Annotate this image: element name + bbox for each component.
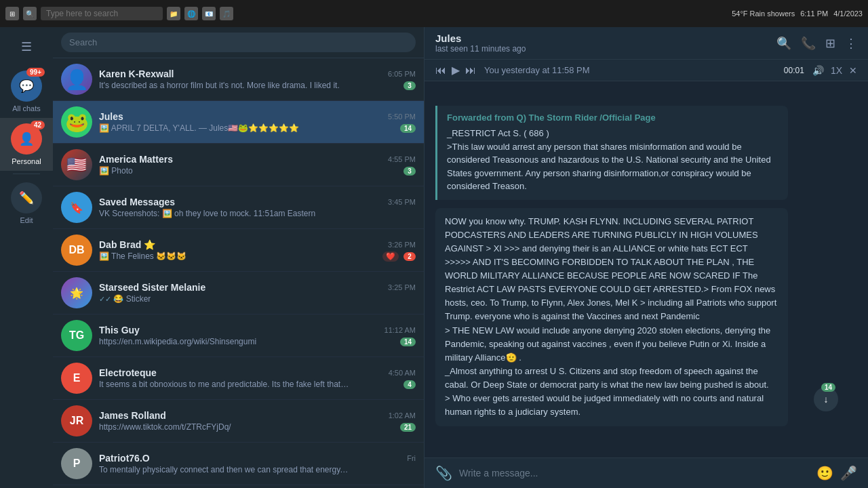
taskbar-app-4[interactable]: 🎵 — [220, 7, 233, 20]
media-extra-icons: 🔊 1X ✕ — [812, 65, 857, 76]
chat-header-starseed: Starseed Sister Melanie 3:25 PM — [99, 282, 416, 293]
forwarded-text-1: _RESTRICT Act S. ( 686 ) >This law would… — [447, 127, 778, 193]
chat-item-jules[interactable]: 🐸 Jules 5:50 PM 🖼️ APRIL 7 DELTA, Y'ALL.… — [53, 101, 424, 144]
chat-name-america: America Matters — [99, 154, 173, 165]
chat-name-saved: Saved Messages — [99, 197, 175, 207]
chat-name-patriot: Patriot76.O — [99, 453, 150, 464]
edit-label: Edit — [20, 216, 33, 224]
heart-reaction-dab: ❤️ — [382, 251, 399, 262]
avatar-james: JR — [61, 405, 92, 436]
voice-icon[interactable]: 🎤 — [840, 465, 857, 481]
chat-item-starseed[interactable]: 🌟 Starseed Sister Melanie 3:25 PM ✓✓ 😂 S… — [53, 272, 424, 314]
avatar-starseed: 🌟 — [61, 277, 92, 308]
chat-item-saved[interactable]: 🔖 Saved Messages 3:45 PM VK Screenshots:… — [53, 186, 424, 229]
close-media-icon[interactable]: ✕ — [849, 65, 857, 76]
media-play-btn[interactable]: ▶ — [452, 64, 460, 77]
sidebar-item-edit[interactable]: ✏️ Edit — [0, 177, 53, 230]
chat-preview-text-saved: VK Screenshots: 🖼️ oh they love to mock.… — [99, 209, 315, 218]
chat-content-patriot: Patriot76.O Fri To mentally physically c… — [99, 453, 416, 474]
sidebar-menu-toggle[interactable]: ☰ — [0, 34, 53, 65]
chat-item-thisguy[interactable]: TG This Guy 11:12 AM https://en.m.wikipe… — [53, 314, 424, 357]
chat-item-electro[interactable]: E Electroteque 4:50 AM It seems a bit ob… — [53, 357, 424, 400]
chat-header-electro: Electroteque 4:50 AM — [99, 367, 416, 378]
chat-item-dab[interactable]: DB Dab Brad ⭐ 3:26 PM 🖼️ The Felines 🐱🐱🐱… — [53, 229, 424, 272]
search-taskbar-icon[interactable]: 🔍 — [23, 7, 37, 20]
chat-header-actions: 🔍 📞 ⊞ ⋮ — [776, 36, 857, 51]
chat-preview-text-dab: 🖼️ The Felines 🐱🐱🐱 — [99, 251, 186, 261]
chat-time-patriot: Fri — [407, 454, 416, 462]
media-time: 00:01 — [784, 66, 804, 75]
chat-name-karen: Karen K-Rexwall — [99, 68, 174, 79]
chat-preview-dab: 🖼️ The Felines 🐱🐱🐱 ❤️ 2 — [99, 251, 416, 262]
scroll-to-bottom-btn[interactable]: 14 ↓ — [814, 387, 838, 411]
media-you-text: You yesterday at 11:58 PM — [484, 65, 590, 75]
chat-badge-jules: 14 — [400, 124, 416, 133]
avatar-karen: 👤 — [61, 64, 92, 95]
taskbar-app-1[interactable]: 📁 — [167, 7, 180, 20]
avatar-saved: 🔖 — [61, 192, 92, 223]
chat-time-dab: 3:26 PM — [388, 241, 416, 249]
chat-list: 👤 Karen K-Rexwall 6:05 PM It's described… — [53, 27, 425, 488]
call-icon[interactable]: 📞 — [801, 36, 816, 51]
media-controls: ⏮ ▶ ⏭ — [435, 64, 476, 77]
chat-header-james: James Rolland 1:02 AM — [99, 410, 416, 421]
hamburger-icon[interactable]: ☰ — [21, 39, 32, 54]
chat-name-starseed: Starseed Sister Melanie — [99, 282, 205, 293]
chat-preview-text-america: 🖼️ Photo — [99, 166, 133, 176]
taskbar-app-3[interactable]: 📧 — [202, 7, 216, 20]
chat-search-input[interactable] — [61, 33, 416, 52]
sidebar-item-all-chats[interactable]: 💬 99+ All chats — [0, 65, 53, 118]
chat-header-saved: Saved Messages 3:45 PM — [99, 197, 416, 207]
chat-content-starseed: Starseed Sister Melanie 3:25 PM ✓✓ 😂 Sti… — [99, 282, 416, 304]
sidebar-icons: ☰ 💬 99+ All chats 👤 42 Personal ✏️ Edit — [0, 27, 53, 488]
chat-badge-dab: 2 — [403, 252, 416, 261]
chat-badge-thisguy: 14 — [400, 338, 416, 346]
chat-badge-america: 3 — [403, 167, 416, 176]
chat-badge-karen: 3 — [403, 81, 416, 90]
chat-items-list: 👤 Karen K-Rexwall 6:05 PM It's described… — [53, 58, 424, 488]
chat-content-electro: Electroteque 4:50 AM It seems a bit obno… — [99, 367, 416, 389]
all-chats-label: All chats — [12, 104, 41, 113]
chat-header-america: America Matters 4:55 PM — [99, 154, 416, 165]
taskbar-search-input[interactable] — [41, 7, 163, 20]
chat-item-james[interactable]: JR James Rolland 1:02 AM https://www.tik… — [53, 400, 424, 443]
chat-content-james: James Rolland 1:02 AM https://www.tiktok… — [99, 410, 416, 432]
attachment-icon[interactable]: 📎 — [435, 465, 452, 481]
emoji-icon[interactable]: 🙂 — [816, 465, 833, 481]
chat-badge-james: 21 — [400, 423, 416, 432]
chat-preview-patriot: To mentally physically connect and then … — [99, 465, 416, 474]
time-display: 6:11 PM — [800, 9, 828, 18]
message-input[interactable] — [459, 468, 810, 479]
chat-header-dab: Dab Brad ⭐ 3:26 PM — [99, 239, 416, 250]
speed-icon[interactable]: 1X — [831, 65, 842, 76]
chat-preview-electro: It seems a bit obnoxious to me and predi… — [99, 380, 416, 389]
chat-time-karen: 6:05 PM — [388, 70, 416, 78]
chat-preview-text-patriot: To mentally physically connect and then … — [99, 465, 350, 474]
search-chat-icon[interactable]: 🔍 — [776, 36, 791, 51]
scroll-badge: 14 — [821, 383, 835, 392]
chat-item-karen[interactable]: 👤 Karen K-Rexwall 6:05 PM It's described… — [53, 58, 424, 101]
more-options-icon[interactable]: ⋮ — [845, 36, 857, 51]
chat-preview-saved: VK Screenshots: 🖼️ oh they love to mock.… — [99, 209, 416, 218]
volume-icon[interactable]: 🔊 — [812, 65, 824, 76]
sidebar-divider — [13, 174, 40, 174]
sidebar-item-personal[interactable]: 👤 42 Personal — [0, 118, 53, 171]
chat-item-patriot[interactable]: P Patriot76.O Fri To mentally physically… — [53, 443, 424, 485]
chat-header-thisguy: This Guy 11:12 AM — [99, 325, 416, 336]
messages-area: [ image ] WE WILL PLAY THE GAME IF WE MU… — [425, 81, 868, 458]
weather-display: 54°F Rain showers — [732, 9, 795, 18]
all-chats-badge: 99+ — [26, 68, 45, 77]
media-forward-btn[interactable]: ⏭ — [465, 64, 476, 77]
chat-content-karen: Karen K-Rexwall 6:05 PM It's described a… — [99, 68, 416, 90]
start-icon[interactable]: ⊞ — [5, 7, 19, 20]
all-chats-icon: 💬 99+ — [11, 70, 42, 102]
chat-item-america[interactable]: 🇺🇸 America Matters 4:55 PM 🖼️ Photo 3 — [53, 144, 424, 186]
taskbar-app-2[interactable]: 🌐 — [184, 7, 198, 20]
chat-preview-jules: 🖼️ APRIL 7 DELTA, Y'ALL. — Jules🇺🇸🐸⭐⭐⭐⭐⭐… — [99, 123, 416, 133]
media-rewind-btn[interactable]: ⏮ — [435, 64, 446, 77]
chat-preview-text-starseed: ✓✓ 😂 Sticker — [99, 294, 151, 304]
layout-icon[interactable]: ⊞ — [825, 36, 835, 51]
chat-preview-thisguy: https://en.m.wikipedia.org/wiki/Shinseng… — [99, 337, 416, 346]
taskbar-left: ⊞ 🔍 📁 🌐 📧 🎵 — [5, 7, 233, 20]
forwarded-from-label: Forwarded from Q) The Storm Rider /Offic… — [447, 113, 778, 123]
